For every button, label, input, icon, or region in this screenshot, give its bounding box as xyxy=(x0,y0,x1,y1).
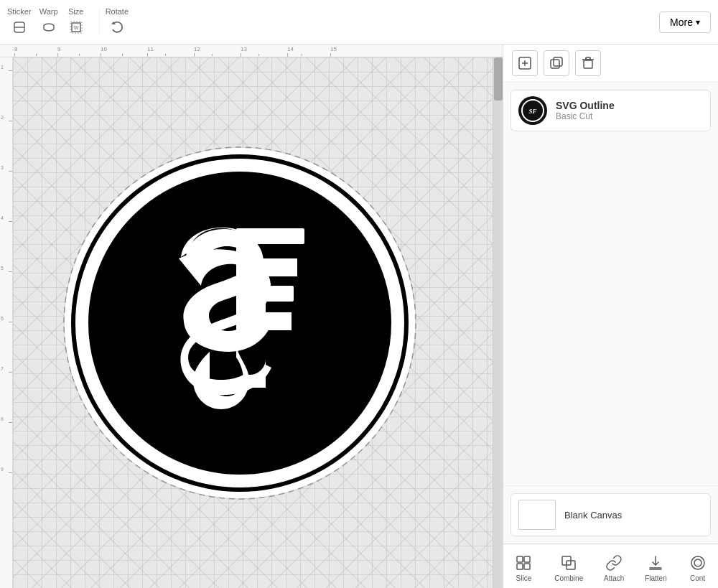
contour-label: Cont xyxy=(690,574,705,582)
layer-name: SVG Outline xyxy=(556,100,703,111)
logo-container[interactable] xyxy=(60,144,419,503)
flatten-label: Flatten xyxy=(645,574,667,582)
layer-thumbnail: SF xyxy=(518,96,547,125)
warp-tool[interactable]: Warp xyxy=(39,7,59,37)
delete-layer-button[interactable] xyxy=(575,50,601,76)
combine-button[interactable]: Combine xyxy=(547,550,590,585)
svg-point-39 xyxy=(691,556,704,569)
slice-button[interactable]: Slice xyxy=(506,550,541,585)
attach-label: Attach xyxy=(604,574,624,582)
ruler-horizontal: 8 9 10 11 12 13 14 15 xyxy=(0,45,503,57)
svg-rect-25 xyxy=(586,57,590,60)
duplicate-layer-button[interactable] xyxy=(544,50,569,76)
sticker-tool[interactable]: Sticker xyxy=(7,7,32,37)
canvas-scrollbar[interactable] xyxy=(493,57,503,588)
svg-text:SF: SF xyxy=(528,108,536,115)
svg-point-40 xyxy=(694,559,701,566)
sticker-icon[interactable] xyxy=(9,17,29,37)
combine-icon xyxy=(559,553,579,573)
more-chevron-icon: ▾ xyxy=(696,17,700,27)
svg-rect-31 xyxy=(524,556,530,562)
rotate-label: Rotate xyxy=(106,7,129,16)
sticker-label: Sticker xyxy=(7,7,32,16)
svg-rect-30 xyxy=(517,556,523,562)
more-button[interactable]: More ▾ xyxy=(659,11,711,33)
right-panel: Layers Color Sync xyxy=(503,0,718,588)
add-layer-button[interactable] xyxy=(512,50,538,76)
panel-toolbar xyxy=(503,45,718,83)
svg-rect-19 xyxy=(551,60,559,68)
size-icon[interactable]: W xyxy=(66,17,86,37)
flatten-icon xyxy=(645,553,666,573)
contour-icon xyxy=(688,553,708,573)
blank-canvas-thumb xyxy=(518,500,556,530)
toolbar: Sticker Warp Size W xyxy=(0,0,718,45)
attach-icon xyxy=(604,553,624,573)
blank-canvas-area: Blank Canvas xyxy=(503,485,718,543)
layer-list: SF SVG Outline Basic Cut xyxy=(503,83,718,485)
layer-type: Basic Cut xyxy=(556,111,703,121)
svg-rect-20 xyxy=(554,57,562,66)
slice-label: Slice xyxy=(516,574,532,582)
svg-rect-33 xyxy=(524,564,530,569)
blank-canvas-item[interactable]: Blank Canvas xyxy=(510,493,711,536)
ruler-vertical: 1 2 3 4 5 6 7 8 9 xyxy=(0,57,13,588)
svg-text:W: W xyxy=(73,25,78,30)
canvas-area[interactable] xyxy=(13,57,503,588)
slice-icon xyxy=(513,553,533,573)
size-label: Size xyxy=(68,7,83,16)
attach-button[interactable]: Attach xyxy=(597,550,631,585)
layer-item-svg-outline[interactable]: SF SVG Outline Basic Cut xyxy=(510,90,711,131)
flatten-button[interactable]: Flatten xyxy=(638,550,674,585)
warp-label: Warp xyxy=(39,7,58,16)
panel-bottom-toolbar: Slice Combine Attach xyxy=(503,543,718,588)
more-label: More xyxy=(670,17,693,28)
warp-icon[interactable] xyxy=(39,17,59,37)
rotate-icon[interactable] xyxy=(107,17,127,37)
svg-rect-21 xyxy=(584,60,592,68)
rotate-tool[interactable]: Rotate xyxy=(106,7,129,37)
layer-info: SVG Outline Basic Cut xyxy=(556,100,703,121)
canvas-scrollbar-thumb[interactable] xyxy=(494,57,503,101)
size-tool[interactable]: Size W xyxy=(66,7,86,37)
svg-rect-14 xyxy=(236,286,294,302)
combine-label: Combine xyxy=(554,574,583,582)
svg-rect-32 xyxy=(517,564,523,569)
contour-button[interactable]: Cont xyxy=(681,550,715,585)
blank-canvas-name: Blank Canvas xyxy=(564,510,622,521)
